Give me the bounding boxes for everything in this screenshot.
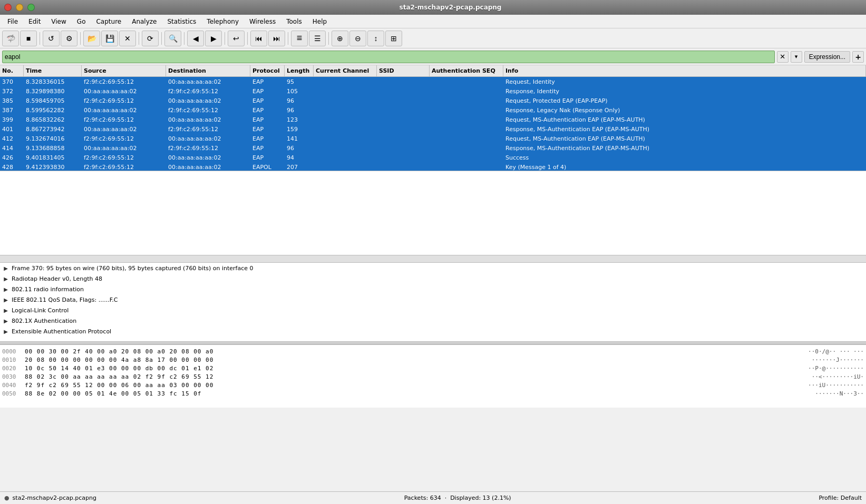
cell-proto: EAP bbox=[250, 154, 285, 161]
toolbar-autoscroll-button[interactable]: ≡ bbox=[291, 31, 308, 46]
cell-len: 96 bbox=[285, 97, 314, 104]
menu-file[interactable]: File bbox=[2, 16, 23, 27]
menu-analyze[interactable]: Analyze bbox=[127, 16, 162, 27]
list-item[interactable]: ▶Radiotap Header v0, Length 48 bbox=[0, 273, 866, 284]
table-row[interactable]: 401 8.867273942 00:aa:aa:aa:aa:02 f2:9f:… bbox=[0, 124, 866, 134]
menu-view[interactable]: View bbox=[46, 16, 71, 27]
toolbar-resize-cols-button[interactable]: ⊞ bbox=[385, 31, 402, 46]
toolbar-reload-button[interactable]: ⟳ bbox=[142, 31, 159, 46]
toolbar-zoom-full-button[interactable]: ↕ bbox=[367, 31, 384, 46]
cell-info: Response, Identity bbox=[503, 88, 866, 95]
menu-wireless[interactable]: Wireless bbox=[244, 16, 281, 27]
menu-help[interactable]: Help bbox=[307, 16, 332, 27]
cell-info: Request, MS-Authentication EAP (EAP-MS-A… bbox=[503, 116, 866, 123]
cell-dest: 00:aa:aa:aa:aa:02 bbox=[166, 154, 250, 161]
toolbar-next-button[interactable]: ▶ bbox=[205, 31, 222, 46]
list-item[interactable]: ▶IEEE 802.11 QoS Data, Flags: ......F.C bbox=[0, 294, 866, 305]
menu-tools[interactable]: Tools bbox=[281, 16, 307, 27]
filter-add-button[interactable]: + bbox=[852, 51, 864, 63]
hex-offset: 0010 bbox=[2, 357, 21, 363]
toolbar-goback-button[interactable]: ↩ bbox=[228, 31, 245, 46]
toolbar-open-button[interactable]: 📂 bbox=[83, 31, 100, 46]
maximize-button[interactable] bbox=[27, 4, 35, 11]
menubar: File Edit View Go Capture Analyze Statis… bbox=[0, 15, 866, 28]
table-row[interactable]: 412 9.132674016 f2:9f:c2:69:55:12 00:aa:… bbox=[0, 134, 866, 143]
cell-no: 412 bbox=[0, 135, 24, 142]
table-row[interactable]: 387 8.599562282 00:aa:aa:aa:aa:02 f2:9f:… bbox=[0, 105, 866, 115]
menu-telephony[interactable]: Telephony bbox=[201, 16, 244, 27]
cell-time: 9.412393830 bbox=[24, 164, 82, 171]
toolbar-prev-button[interactable]: ◀ bbox=[187, 31, 204, 46]
detail-rows: ▶Frame 370: 95 bytes on wire (760 bits),… bbox=[0, 263, 866, 337]
cell-dest: f2:9f:c2:69:55:12 bbox=[166, 145, 250, 152]
filter-clear-button[interactable]: ✕ bbox=[777, 51, 789, 63]
table-row[interactable]: 370 8.328336015 f2:9f:c2:69:55:12 00:aa:… bbox=[0, 77, 866, 86]
table-row[interactable]: 428 9.412393830 f2:9f:c2:69:55:12 00:aa:… bbox=[0, 162, 866, 171]
toolbar-stop-button[interactable]: ■ bbox=[20, 31, 37, 46]
minimize-button[interactable] bbox=[16, 4, 23, 11]
toolbar-close-file-button[interactable]: ✕ bbox=[119, 31, 136, 46]
toolbar-options-button[interactable]: ⚙ bbox=[61, 31, 77, 46]
cell-len: 96 bbox=[285, 145, 314, 152]
table-row[interactable]: 426 9.401831405 f2:9f:c2:69:55:12 00:aa:… bbox=[0, 153, 866, 162]
expander-icon: ▶ bbox=[2, 317, 9, 324]
toolbar-zoom-out-button[interactable]: ⊖ bbox=[349, 31, 366, 46]
toolbar-last-button[interactable]: ⏭ bbox=[268, 31, 285, 46]
toolbar-save-button[interactable]: 💾 bbox=[101, 31, 118, 46]
col-header-destination[interactable]: Destination bbox=[166, 65, 250, 76]
cell-info: Request, Protected EAP (EAP-PEAP) bbox=[503, 97, 866, 104]
detail-text: Radiotap Header v0, Length 48 bbox=[12, 275, 102, 282]
table-row[interactable]: 372 8.329898380 00:aa:aa:aa:aa:02 f2:9f:… bbox=[0, 86, 866, 96]
expression-button[interactable]: Expression... bbox=[804, 51, 850, 63]
close-button[interactable] bbox=[4, 4, 12, 11]
col-header-length[interactable]: Length bbox=[285, 65, 314, 76]
toolbar-find-button[interactable]: 🔍 bbox=[164, 31, 181, 46]
toolbar-sep9 bbox=[328, 32, 329, 45]
list-item[interactable]: ▶Extensible Authentication Protocol bbox=[0, 326, 866, 337]
list-item[interactable]: ▶Logical-Link Control bbox=[0, 305, 866, 315]
statusbar-icon: ● bbox=[4, 495, 9, 501]
toolbar-sep8 bbox=[288, 32, 288, 45]
list-item: 005088 8e 02 00 00 05 01 4e 00 05 01 33 … bbox=[2, 389, 864, 398]
menu-go[interactable]: Go bbox=[72, 16, 91, 27]
horizontal-scrollbar[interactable] bbox=[0, 255, 866, 262]
col-header-time[interactable]: Time bbox=[24, 65, 82, 76]
menu-capture[interactable]: Capture bbox=[91, 16, 127, 27]
cell-source: 00:aa:aa:aa:aa:02 bbox=[82, 88, 166, 95]
toolbar-restart-button[interactable]: ↺ bbox=[43, 31, 60, 46]
cell-dest: 00:aa:aa:aa:aa:02 bbox=[166, 97, 250, 104]
col-header-info[interactable]: Info bbox=[503, 65, 866, 76]
menu-statistics[interactable]: Statistics bbox=[162, 16, 201, 27]
detail-text: Logical-Link Control bbox=[12, 307, 69, 314]
toolbar-sep3 bbox=[139, 32, 139, 45]
filter-dropdown-button[interactable]: ▾ bbox=[791, 51, 802, 63]
filter-input[interactable] bbox=[5, 53, 772, 61]
toolbar-zoom-in-button[interactable]: ⊕ bbox=[332, 31, 348, 46]
toolbar-sep7 bbox=[247, 32, 248, 45]
toolbar-colorize-button[interactable]: ☰ bbox=[309, 31, 326, 46]
col-header-protocol[interactable]: Protocol bbox=[250, 65, 285, 76]
list-item[interactable]: ▶Frame 370: 95 bytes on wire (760 bits),… bbox=[0, 263, 866, 273]
hex-ascii: ···iU··········· bbox=[808, 382, 864, 389]
col-header-authseq[interactable]: Authentication SEQ bbox=[430, 65, 503, 76]
statusbar-filename: sta2-mschapv2-pcap.pcapng bbox=[13, 495, 96, 501]
cell-proto: EAP bbox=[250, 88, 285, 95]
list-item[interactable]: ▶802.1X Authentication bbox=[0, 315, 866, 326]
cell-proto: EAP bbox=[250, 107, 285, 114]
hex-offset: 0000 bbox=[2, 348, 21, 355]
table-row[interactable]: 399 8.865832262 f2:9f:c2:69:55:12 00:aa:… bbox=[0, 115, 866, 124]
col-header-source[interactable]: Source bbox=[82, 65, 166, 76]
col-header-channel[interactable]: Current Channel bbox=[314, 65, 377, 76]
table-row[interactable]: 385 8.598459705 f2:9f:c2:69:55:12 00:aa:… bbox=[0, 96, 866, 105]
expander-icon: ▶ bbox=[2, 296, 9, 303]
toolbar-first-button[interactable]: ⏮ bbox=[250, 31, 267, 46]
list-item: 003088 02 3c 00 aa aa aa aa aa 02 f2 9f … bbox=[2, 372, 864, 381]
list-item[interactable]: ▶802.11 radio information bbox=[0, 284, 866, 294]
menu-edit[interactable]: Edit bbox=[23, 16, 46, 27]
col-header-ssid[interactable]: SSID bbox=[377, 65, 430, 76]
cell-dest: 00:aa:aa:aa:aa:02 bbox=[166, 135, 250, 142]
table-row[interactable]: 414 9.133688858 00:aa:aa:aa:aa:02 f2:9f:… bbox=[0, 143, 866, 153]
toolbar-shark-button[interactable]: 🦈 bbox=[2, 31, 19, 46]
col-header-no[interactable]: No. bbox=[0, 65, 24, 76]
cell-info: Response, MS-Authentication EAP (EAP-MS-… bbox=[503, 126, 866, 133]
